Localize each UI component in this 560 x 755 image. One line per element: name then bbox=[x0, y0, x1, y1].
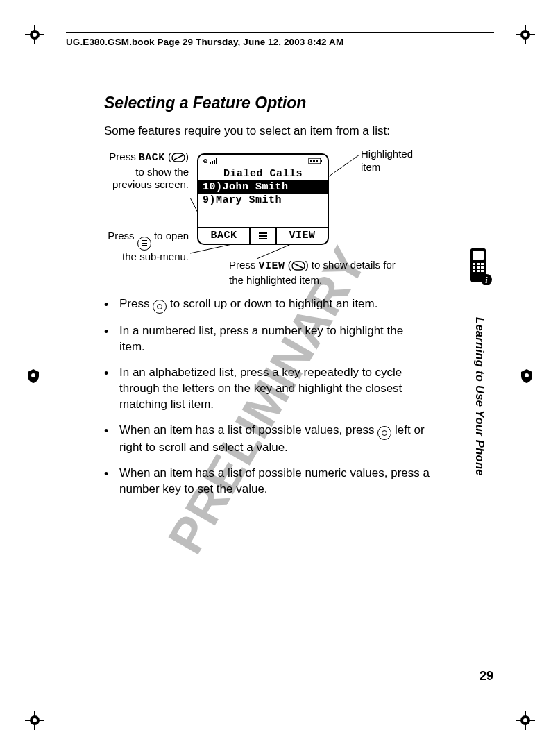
section-title: Selecting a Feature Option bbox=[104, 94, 430, 112]
softkey-view: VIEW bbox=[277, 228, 328, 244]
nav-key-icon bbox=[377, 426, 391, 440]
svg-rect-20 bbox=[313, 160, 315, 162]
content-area: Selecting a Feature Option Some features… bbox=[104, 94, 430, 507]
svg-rect-19 bbox=[310, 160, 312, 162]
crop-mark-icon bbox=[516, 25, 535, 44]
sidebar: i Learning to Use Your Phone 29 bbox=[464, 246, 493, 684]
list-item: Press to scroll up or down to highlight … bbox=[104, 296, 430, 314]
phone-icon: i bbox=[466, 246, 493, 287]
menu-key-icon bbox=[137, 237, 151, 251]
svg-point-1 bbox=[525, 373, 529, 378]
left-softkey-icon bbox=[171, 153, 185, 166]
softkey-menu bbox=[251, 228, 277, 244]
registration-shield-icon bbox=[518, 368, 535, 384]
list-item: When an item has a list of possible nume… bbox=[104, 466, 430, 498]
callout-back: Press BACK () to show the previous scree… bbox=[105, 151, 189, 192]
phone-list-row: 9)Mary Smith bbox=[198, 194, 328, 207]
svg-rect-32 bbox=[481, 270, 484, 272]
right-softkey-icon bbox=[291, 261, 305, 274]
phone-display: R Dialed C bbox=[197, 153, 329, 245]
crop-mark-icon bbox=[25, 711, 44, 730]
svg-rect-18 bbox=[321, 160, 322, 162]
crop-mark-icon bbox=[25, 25, 44, 44]
phone-title: Dialed Calls bbox=[198, 167, 328, 180]
svg-line-4 bbox=[174, 155, 183, 160]
svg-rect-31 bbox=[477, 270, 480, 272]
page-number: 29 bbox=[480, 669, 493, 684]
phone-list-row-highlighted: 10)John Smith bbox=[198, 180, 328, 194]
list-item: When an item has a list of possible valu… bbox=[104, 423, 430, 456]
svg-rect-14 bbox=[212, 161, 213, 164]
registration-shield-icon bbox=[25, 368, 42, 384]
page-header: UG.E380.GSM.book Page 29 Thursday, June … bbox=[66, 32, 494, 51]
nav-key-icon bbox=[153, 300, 167, 314]
svg-point-0 bbox=[31, 373, 35, 378]
signal-icon: R bbox=[203, 157, 223, 165]
svg-rect-29 bbox=[481, 266, 484, 269]
callout-view: Press VIEW () to show details for the hi… bbox=[229, 259, 409, 287]
crop-mark-icon bbox=[516, 711, 535, 730]
callout-highlighted: Highlighted item bbox=[361, 148, 430, 174]
svg-rect-13 bbox=[210, 162, 211, 164]
chapter-title: Learning to Use Your Phone bbox=[471, 317, 486, 595]
svg-rect-30 bbox=[473, 270, 475, 272]
svg-rect-28 bbox=[477, 266, 480, 269]
battery-icon bbox=[308, 157, 323, 165]
section-intro: Some features require you to select an i… bbox=[104, 124, 430, 139]
softkey-back: BACK bbox=[198, 228, 251, 244]
list-item: In an alphabetized list, press a key rep… bbox=[104, 365, 430, 413]
callout-menu: Press to open the sub-menu. bbox=[105, 230, 189, 264]
svg-rect-25 bbox=[477, 263, 480, 265]
bullet-list: Press to scroll up or down to highlight … bbox=[104, 296, 430, 498]
book-info: UG.E380.GSM.book Page 29 Thursday, June … bbox=[66, 37, 343, 47]
svg-rect-23 bbox=[473, 251, 484, 260]
svg-rect-16 bbox=[216, 158, 217, 164]
list-item: In a numbered list, press a number key t… bbox=[104, 323, 430, 355]
figure: Press BACK () to show the previous scree… bbox=[104, 148, 430, 287]
svg-rect-21 bbox=[316, 160, 318, 162]
svg-line-6 bbox=[294, 264, 303, 268]
svg-rect-27 bbox=[473, 266, 475, 269]
svg-rect-26 bbox=[481, 263, 484, 265]
svg-rect-24 bbox=[473, 263, 475, 265]
svg-rect-15 bbox=[214, 160, 215, 164]
svg-text:R: R bbox=[203, 159, 207, 164]
